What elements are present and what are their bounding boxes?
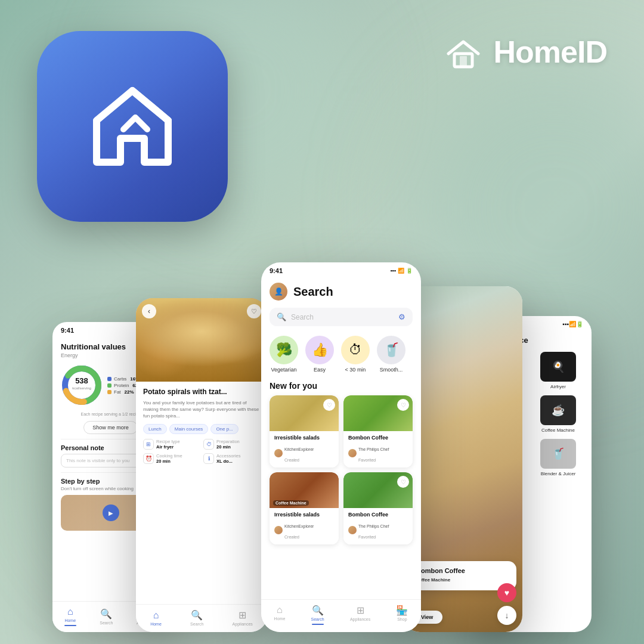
fav-heart-1[interactable]: ♡	[323, 399, 335, 411]
coffee-machine-label: Coffee Machine	[273, 500, 309, 506]
tag-one[interactable]: One p...	[210, 424, 238, 434]
recipe-grid: ♡ Irresistible salads KitchenExplorer Cr…	[261, 395, 421, 544]
recipe-meta: ⊞ Recipe type Air fryer ⏱ Preparation 20…	[143, 439, 260, 464]
nav-appliances-recipe[interactable]: ⊞ Appliances	[233, 609, 253, 626]
card4-title: Bombon Coffee	[348, 512, 408, 518]
app-icon[interactable]	[37, 31, 228, 222]
svg-text:kcal/serving: kcal/serving	[72, 386, 91, 390]
brand-name: HomeID	[494, 34, 607, 70]
nav-appliances-search[interactable]: ⊞ Appliances	[350, 605, 370, 625]
screen-recipe: ‹ ♡ Potato spirals with tzat... You and …	[136, 298, 267, 632]
coffee-actions: ♥ ↓	[497, 583, 516, 625]
meta-recipe-type: ⊞ Recipe type Air fryer	[143, 439, 200, 450]
nav-shop-search[interactable]: 🏪 Shop	[396, 605, 408, 625]
recipe-bottom-nav: ⌂ Home 🔍 Search ⊞ Appliances	[136, 604, 267, 632]
homeid-logo: HomeID	[442, 31, 607, 73]
screen-coffee: Bombon Coffee The Philips Chef View ♥ ↓ …	[403, 286, 522, 632]
recipe-card-greens[interactable]: ♡ Bombon Coffee The Philips Chef Favorit…	[343, 472, 413, 544]
category-30min[interactable]: ⏱ < 30 min	[341, 336, 370, 373]
nav-search-recipe[interactable]: 🔍 Search	[190, 609, 203, 626]
play-button[interactable]: ▶	[103, 504, 119, 521]
share-action-button[interactable]: ↓	[497, 606, 516, 625]
tag-lunch[interactable]: Lunch	[143, 424, 167, 434]
search-icon: 🔍	[277, 312, 286, 321]
fav-heart-4[interactable]: ♡	[397, 476, 409, 488]
screen-search: 9:41 ▪▪▪📶🔋 👤 Search 🔍 Search ⚙ 🥦 Vegetar…	[261, 262, 421, 632]
coffee-card-title: Bombon Coffee	[416, 567, 509, 574]
search-input[interactable]: Search	[291, 313, 394, 321]
card2-title: Bombon Coffee	[348, 435, 408, 441]
nav-home[interactable]: ⌂ Home	[64, 606, 76, 626]
recipe-title: Potato spirals with tzat...	[143, 388, 260, 397]
recipe-card-chicken[interactable]: ♡ Irresistible salads KitchenExplorer Cr…	[270, 395, 339, 467]
nav-home-search[interactable]: ⌂ Home	[274, 605, 286, 625]
search-status-icons: ▪▪▪📶🔋	[390, 268, 413, 274]
show-more-button[interactable]: Show me more	[83, 421, 138, 434]
search-header: 👤 Search	[261, 277, 421, 304]
recipe-card-salad[interactable]: ♡ Bombon Coffee The Philips Chef Favorit…	[343, 395, 413, 467]
back-button[interactable]: ‹	[142, 304, 156, 318]
screens-container: 9:41 ▪▪▪📶🔋 Nutritional values Energy 538…	[30, 233, 614, 632]
card3-title: Irresistible salads	[274, 512, 334, 518]
category-vegetarian[interactable]: 🥦 Vegetarian	[270, 336, 298, 373]
status-time-search: 9:41	[270, 267, 283, 274]
category-easy[interactable]: 👍 Easy	[305, 336, 334, 373]
recipe-desc: You and your family love potatoes but ar…	[143, 400, 260, 420]
search-bar[interactable]: 🔍 Search ⚙	[270, 308, 413, 326]
appliance-airfryer[interactable]: 🍳 Airfryer	[532, 352, 584, 389]
new-for-you-title: New for you	[261, 379, 421, 395]
appliances-status-icons: ▪▪▪📶🔋	[562, 321, 583, 327]
category-pills: 🥦 Vegetarian 👍 Easy ⏱ < 30 min 🥤 Smooth.…	[261, 330, 421, 379]
svg-text:538: 538	[75, 376, 88, 385]
category-smoothie[interactable]: 🥤 Smooth...	[377, 336, 405, 373]
fav-heart-2[interactable]: ♡	[397, 399, 409, 411]
meta-accessories: ℹ Accessories XL do...	[203, 453, 260, 464]
search-bottom-nav: ⌂ Home 🔍 Search ⊞ Appliances 🏪 Shop	[261, 599, 421, 632]
nav-search-active[interactable]: 🔍 Search	[311, 605, 324, 625]
nav-home-recipe[interactable]: ⌂ Home	[150, 610, 162, 626]
recipe-card-coffee[interactable]: Coffee Machine Irresistible salads Kitch…	[270, 472, 339, 544]
tag-main[interactable]: Main courses	[169, 424, 209, 434]
svg-rect-1	[460, 56, 467, 67]
meta-preparation: ⏱ Preparation 20 min	[203, 439, 260, 450]
user-avatar[interactable]: 👤	[270, 283, 287, 301]
recipe-tags: Lunch Main courses One p...	[143, 424, 260, 434]
card1-title: Irresistible salads	[274, 435, 334, 441]
appliance-blender[interactable]: 🥤 Blender & Juicer	[532, 439, 584, 476]
heart-action-button[interactable]: ♥	[497, 583, 516, 602]
filter-icon[interactable]: ⚙	[398, 312, 405, 321]
search-page-title: Search	[293, 285, 333, 299]
nav-search[interactable]: 🔍 Search	[100, 608, 113, 625]
meta-cooking-time: ⏰ Cooking time 20 min	[143, 453, 200, 464]
status-time-nutrition: 9:41	[61, 327, 74, 334]
favorite-button[interactable]: ♡	[247, 304, 261, 318]
appliance-coffee-machine[interactable]: ☕ Coffee Machine	[532, 395, 584, 433]
